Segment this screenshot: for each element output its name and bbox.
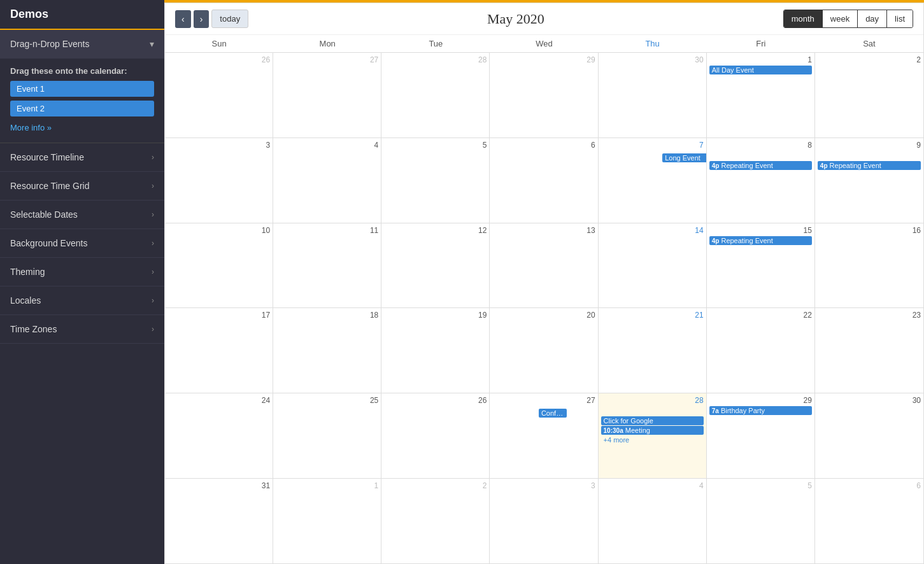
week-row-4: 17 18 19 20 21 22 23: [165, 308, 923, 393]
sidebar-item-label: Resource Timeline: [10, 152, 84, 162]
sidebar-item-label: Locales: [10, 295, 41, 306]
header-fri: Fri: [707, 35, 815, 52]
header-mon: Mon: [273, 35, 381, 52]
app-container: Demos Drag-n-Drop Events ▾ Drag these on…: [0, 0, 924, 564]
event-long[interactable]: Long Event: [662, 153, 706, 162]
header-tue: Tue: [381, 35, 490, 52]
day-cell-may2[interactable]: 2: [815, 53, 923, 137]
more-events-badge[interactable]: +4 more: [601, 435, 704, 444]
day-cell-may31[interactable]: 31: [165, 479, 273, 563]
chevron-right-icon: ›: [152, 153, 154, 162]
day-cell-may29[interactable]: 29 7a Birthday Party: [707, 393, 815, 478]
day-cell-may11[interactable]: 11: [273, 223, 381, 308]
sidebar-title: Demos: [0, 0, 164, 30]
sidebar-item-label: Time Zones: [10, 324, 57, 334]
calendar-title: May 2020: [487, 11, 544, 27]
day-cell-jun1[interactable]: 1: [273, 479, 381, 563]
day-cell-may27[interactable]: 27 Conference: [490, 393, 598, 478]
view-list-button[interactable]: list: [887, 10, 913, 27]
header-sun: Sun: [165, 35, 273, 52]
day-cell-may12[interactable]: 12: [381, 223, 490, 308]
chevron-right-icon: ›: [152, 239, 154, 248]
main-content: ‹ › today May 2020 month week day list S…: [164, 0, 924, 564]
day-cell-may25[interactable]: 25: [273, 393, 381, 478]
day-cell-jun6[interactable]: 6: [815, 479, 923, 563]
event-all-day[interactable]: All Day Event: [709, 66, 812, 74]
day-cell-may20[interactable]: 20: [490, 308, 598, 393]
day-cell-may9[interactable]: 9 4p Repeating Event: [815, 138, 923, 223]
view-day-button[interactable]: day: [858, 10, 887, 27]
day-cell-may3[interactable]: 3: [165, 138, 273, 223]
view-month-button[interactable]: month: [784, 10, 823, 27]
event-repeating-9[interactable]: 4p Repeating Event: [818, 161, 921, 170]
day-cell-may14[interactable]: 14: [599, 223, 707, 308]
draggable-event-1[interactable]: Event 1: [10, 81, 154, 97]
day-cell-may13[interactable]: 13: [490, 223, 598, 308]
event-click-google[interactable]: Click for Google: [601, 416, 704, 425]
day-cell-jun3[interactable]: 3: [490, 479, 598, 563]
event-repeating-8[interactable]: 4p Repeating Event: [709, 161, 812, 170]
sidebar-item-resource-time-grid[interactable]: Resource Time Grid ›: [0, 172, 164, 201]
day-cell-may7[interactable]: 7 Long Event: [599, 138, 707, 223]
sidebar-item-background-events[interactable]: Background Events ›: [0, 229, 164, 258]
day-cell-jun5[interactable]: 5: [707, 479, 815, 563]
day-cell-may6[interactable]: 6: [490, 138, 598, 223]
event-birthday[interactable]: 7a Birthday Party: [709, 406, 812, 415]
day-cell-may21[interactable]: 21: [599, 308, 707, 393]
calendar-toolbar: ‹ › today May 2020 month week day list: [165, 3, 923, 35]
sidebar-item-label: Drag-n-Drop Events: [10, 39, 90, 49]
sidebar-item-time-zones[interactable]: Time Zones ›: [0, 315, 164, 344]
day-cell-may4[interactable]: 4: [273, 138, 381, 223]
day-cell-jun4[interactable]: 4: [599, 479, 707, 563]
week-row-5: 24 25 26 27 Conference 28 Click for Goog…: [165, 393, 923, 479]
day-cell-may1[interactable]: 1 All Day Event: [707, 53, 815, 137]
calendar-grid: Sun Mon Tue Wed Thu Fri Sat 26 27 2: [165, 35, 923, 563]
week-row-3: 10 11 12 13 14 15 4p Repeating Event 16: [165, 223, 923, 309]
day-cell-may10[interactable]: 10: [165, 223, 273, 308]
day-cell-may15[interactable]: 15 4p Repeating Event: [707, 223, 815, 308]
day-cell-may28[interactable]: 28 Click for Google 10:30a Meeting +4 mo…: [599, 393, 707, 478]
day-cell-may19[interactable]: 19: [381, 308, 490, 393]
sidebar-item-label: Selectable Dates: [10, 209, 78, 220]
sidebar-item-locales[interactable]: Locales ›: [0, 286, 164, 315]
day-cell-may24[interactable]: 24: [165, 393, 273, 478]
day-cell-may18[interactable]: 18: [273, 308, 381, 393]
day-cell-may8[interactable]: 8 4p Repeating Event: [707, 138, 815, 223]
sidebar-item-drag-n-drop[interactable]: Drag-n-Drop Events ▾: [0, 30, 164, 59]
day-cell-may22[interactable]: 22: [707, 308, 815, 393]
event-meeting[interactable]: 10:30a Meeting: [601, 426, 704, 435]
sidebar-item-label: Resource Time Grid: [10, 181, 89, 191]
sidebar-item-theming[interactable]: Theming ›: [0, 258, 164, 286]
day-cell-may17[interactable]: 17: [165, 308, 273, 393]
prev-button[interactable]: ‹: [175, 10, 191, 28]
chevron-right-icon: ›: [152, 325, 154, 334]
day-cell-may30[interactable]: 30: [815, 393, 923, 478]
day-cell-apr27[interactable]: 27: [273, 53, 381, 137]
next-button[interactable]: ›: [194, 10, 210, 28]
event-repeating-15[interactable]: 4p Repeating Event: [709, 236, 812, 245]
today-button[interactable]: today: [211, 10, 248, 28]
day-cell-may26[interactable]: 26: [381, 393, 490, 478]
view-week-button[interactable]: week: [823, 10, 858, 27]
day-cell-jun2[interactable]: 2: [381, 479, 490, 563]
day-cell-may5[interactable]: 5: [381, 138, 490, 223]
week-row-6: 31 1 2 3 4 5 6: [165, 479, 923, 563]
day-cell-may16[interactable]: 16: [815, 223, 923, 308]
week-row-1: 26 27 28 29 30 1 All Day Event 2: [165, 53, 923, 138]
event-conference[interactable]: Conference: [539, 409, 567, 418]
chevron-right-icon: ›: [152, 267, 154, 276]
sidebar-item-resource-timeline[interactable]: Resource Timeline ›: [0, 143, 164, 172]
chevron-down-icon: ▾: [150, 39, 154, 49]
sidebar: Demos Drag-n-Drop Events ▾ Drag these on…: [0, 0, 164, 564]
day-cell-apr30[interactable]: 30: [599, 53, 707, 137]
calendar-view-buttons: month week day list: [783, 10, 913, 28]
day-cell-apr28[interactable]: 28: [381, 53, 490, 137]
sidebar-item-selectable-dates[interactable]: Selectable Dates ›: [0, 201, 164, 229]
day-cell-may23[interactable]: 23: [815, 308, 923, 393]
header-sat: Sat: [815, 35, 923, 52]
more-info-link[interactable]: More info »: [10, 120, 52, 135]
day-cell-apr26[interactable]: 26: [165, 53, 273, 137]
draggable-event-2[interactable]: Event 2: [10, 101, 154, 116]
day-cell-apr29[interactable]: 29: [490, 53, 598, 137]
header-wed: Wed: [490, 35, 598, 52]
